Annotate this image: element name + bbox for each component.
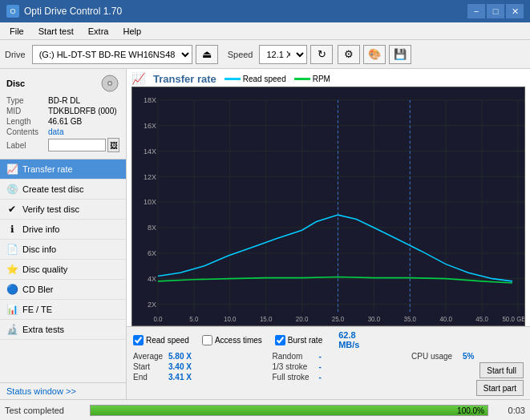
fe-te-icon: 📊 [6,304,18,315]
legend-read-speed-color [225,78,241,80]
average-value: 5.80 X [168,352,197,361]
stats-row-full-stroke: Full stroke - [273,373,412,382]
type-label: Type [6,96,48,105]
svg-text:5.0: 5.0 [189,315,198,322]
start-part-button[interactable]: Start part [476,380,524,396]
label-input[interactable] [48,139,106,151]
app-title: Opti Drive Control 1.70 [24,6,122,17]
maximize-button[interactable]: □ [487,4,504,18]
stats-row-cpu: CPU usage 5% [411,352,524,361]
nav-create-test-disc[interactable]: 💿 Create test disc [0,180,126,200]
svg-text:8X: 8X [148,224,156,232]
status-bar: Test completed 100.0% 0:03 [0,399,530,420]
nav-drive-info[interactable]: ℹ Drive info [0,220,126,240]
label-browse-button[interactable]: 🖼 [107,138,119,152]
chart-icon: 📈 [131,72,145,85]
start-full-button[interactable]: Start full [479,362,524,378]
svg-text:6X: 6X [148,249,156,257]
svg-text:0.0: 0.0 [153,315,162,322]
disc-info-icon: 📄 [6,244,18,255]
drive-info-icon: ℹ [6,224,18,235]
stats-row-start: Start 3.40 X [133,362,273,371]
cd-bler-icon: 🔵 [6,284,18,295]
speed-label: Speed [228,50,253,59]
settings-button[interactable]: ⚙ [338,45,360,64]
speed-select[interactable]: 12.1 X [259,45,307,64]
third-stroke-value: - [319,362,335,371]
checkbox-burst-rate[interactable]: Burst rate [275,335,322,345]
full-stroke-value: - [319,373,335,382]
extra-tests-icon: 🔬 [6,324,18,335]
svg-text:45.0: 45.0 [475,315,488,322]
stats-col-1: Average 5.80 X Start 3.40 X End 3.41 X [133,352,273,396]
disc-quality-icon: ⭐ [6,264,18,275]
access-times-checkbox[interactable] [202,335,212,345]
nav-transfer-rate[interactable]: 📈 Transfer rate [0,160,126,180]
chart-svg: 18X 16X 14X 12X 10X 8X 6X 4X 2X 0.0 5.0 [132,87,524,325]
menu-extra[interactable]: Extra [82,25,115,38]
eject-button[interactable]: ⏏ [196,45,218,64]
status-text: Test completed [5,406,85,415]
start-value: 3.40 X [168,362,197,371]
nav-verify-test-disc[interactable]: ✔ Verify test disc [0,200,126,220]
refresh-button[interactable]: ↻ [310,45,333,64]
mid-label: MID [6,107,48,115]
menu-help[interactable]: Help [116,25,148,38]
end-value: 3.41 X [168,373,197,382]
stats-row-random: Random - [273,352,412,361]
random-label: Random [273,352,316,361]
stats-row-start-part: Start part [411,380,524,396]
drive-select[interactable]: (G:) HL-DT-ST BD-RE WH16NS48 1.D3 [32,45,192,64]
svg-text:40.0: 40.0 [439,315,452,322]
chart-header: 📈 Transfer rate Read speed RPM [131,72,525,85]
svg-text:4X: 4X [148,275,156,283]
close-button[interactable]: ✕ [506,4,524,18]
read-speed-checkbox[interactable] [133,335,144,345]
nav-disc-quality[interactable]: ⭐ Disc quality [0,260,126,280]
cpu-label: CPU usage [411,352,459,361]
create-test-disc-icon: 💿 [6,184,18,195]
status-window-link[interactable]: Status window >> [0,382,126,399]
contents-value: data [48,127,63,136]
svg-text:16X: 16X [144,122,156,130]
title-bar: O Opti Drive Control 1.70 − □ ✕ [0,0,530,22]
legend-rpm-color [294,78,310,80]
svg-text:2X: 2X [148,300,156,308]
cpu-value: 5% [463,352,474,361]
stats-row-end: End 3.41 X [133,373,273,382]
stats-col-3: CPU usage 5% Start full Start part [411,352,524,396]
average-label: Average [133,352,165,361]
nav-extra-tests[interactable]: 🔬 Extra tests [0,320,126,340]
nav-disc-info[interactable]: 📄 Disc info [0,240,126,260]
legend-rpm: RPM [294,75,330,83]
disc-title: Disc [6,79,25,88]
progress-bar-container: 100.0% [90,405,488,416]
nav-section: 📈 Transfer rate 💿 Create test disc ✔ Ver… [0,160,126,382]
menu-start-test[interactable]: Start test [32,25,80,38]
stats-area: Read speed Access times Burst rate 62.8 … [127,326,530,399]
end-label: End [133,373,165,382]
save-button[interactable]: 💾 [389,45,411,64]
checkbox-access-times[interactable]: Access times [202,335,262,345]
minimize-button[interactable]: − [467,4,485,18]
burst-rate-checkbox[interactable] [275,335,285,345]
chart-container: 📈 Transfer rate Read speed RPM [127,69,530,326]
checkbox-read-speed[interactable]: Read speed [133,335,189,345]
color-button[interactable]: 🎨 [363,45,386,64]
full-stroke-label: Full stroke [273,373,316,382]
mid-value: TDKBLDRFB (000) [48,107,117,115]
nav-fe-te[interactable]: 📊 FE / TE [0,300,126,320]
window-controls: − □ ✕ [467,4,524,18]
length-label: Length [6,117,48,126]
legend-read-speed: Read speed [225,75,286,83]
third-stroke-label: 1/3 stroke [273,362,316,371]
nav-cd-bler[interactable]: 🔵 CD Bler [0,280,126,300]
burst-rate-value: 62.8 MB/s [338,330,367,349]
progress-bar [91,406,488,415]
app-icon: O [6,5,19,18]
menu-file[interactable]: File [3,25,30,38]
contents-label: Contents [6,127,48,136]
disc-icon [100,74,119,93]
chart-legend: Read speed RPM [225,75,330,83]
transfer-rate-icon: 📈 [6,164,18,175]
